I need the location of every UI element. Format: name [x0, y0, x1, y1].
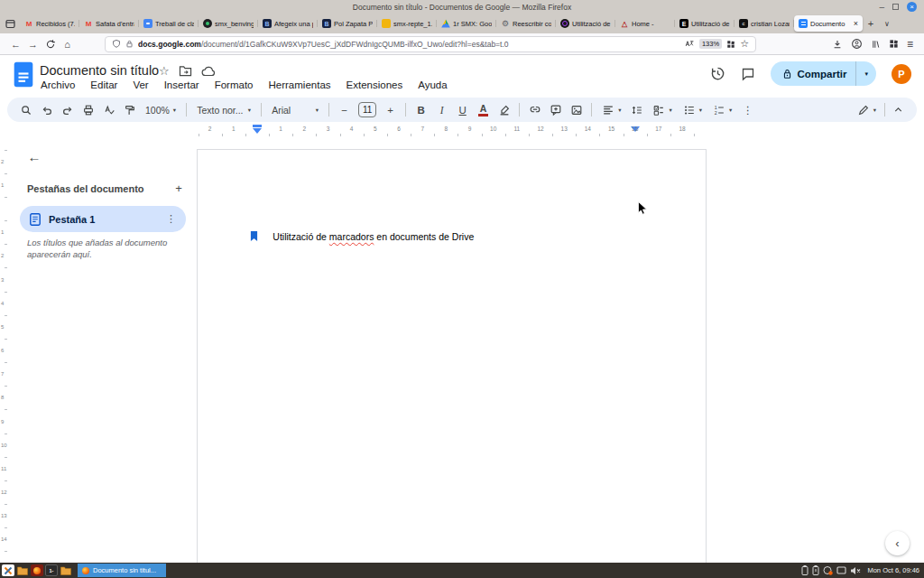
browser-tab[interactable]: Safata d'entra ×: [79, 15, 139, 32]
version-history-icon[interactable]: [710, 66, 725, 81]
styles-select[interactable]: Texto nor... ▾: [192, 100, 255, 119]
browser-tab[interactable]: Pol Zapata Pri ×: [318, 15, 377, 32]
zoom-select[interactable]: 100% ▾: [141, 100, 180, 119]
tab-close-icon[interactable]: ×: [854, 20, 858, 28]
underline-icon[interactable]: U: [453, 100, 472, 119]
extensions-icon[interactable]: [889, 39, 899, 49]
menu-item[interactable]: Editar: [89, 79, 118, 90]
translate-icon[interactable]: [684, 39, 695, 49]
document-title[interactable]: Documento sin título: [40, 63, 159, 78]
add-comment-icon[interactable]: [546, 100, 565, 119]
browser-tab[interactable]: Treball de clas ×: [139, 15, 199, 32]
url-bar[interactable]: docs.google.com/document/d/1GafkCKuW9XVp…: [105, 36, 756, 52]
insert-image-icon[interactable]: [567, 100, 586, 119]
browser-tab[interactable]: 1r SMX: Googl ×: [437, 15, 496, 32]
insert-link-icon[interactable]: [525, 100, 544, 119]
increase-font-icon[interactable]: +: [381, 100, 400, 119]
hide-menus-icon[interactable]: [889, 100, 908, 119]
menu-item[interactable]: Herramientas: [268, 79, 332, 90]
account-icon[interactable]: [851, 38, 863, 50]
firefox-icon[interactable]: [31, 564, 43, 576]
highlight-icon[interactable]: [494, 100, 513, 119]
share-button[interactable]: Compartir ▾: [771, 61, 876, 86]
undo-icon[interactable]: [37, 100, 56, 119]
add-tab-icon[interactable]: +: [171, 182, 186, 195]
comments-icon[interactable]: [741, 67, 755, 81]
battery-icon[interactable]: [801, 565, 808, 575]
browser-tab[interactable]: Recibidos (7.7 ×: [20, 15, 79, 32]
star-icon[interactable]: ☆: [159, 64, 170, 78]
forward-icon[interactable]: →: [24, 35, 42, 52]
paint-format-icon[interactable]: [120, 100, 139, 119]
back-icon[interactable]: ←: [7, 35, 24, 52]
taskbar-active-window[interactable]: Documento sin titul...: [78, 564, 166, 577]
editing-mode-select[interactable]: ▾: [853, 100, 881, 119]
menu-item[interactable]: Extensiones: [346, 79, 404, 90]
menu-icon[interactable]: ≡: [907, 38, 913, 51]
bookmark-icon[interactable]: [250, 209, 271, 264]
browser-tab[interactable]: Utilització de ×: [556, 15, 615, 32]
browser-tab[interactable]: smx-repte_1.1 ×: [377, 15, 437, 32]
font-size-field[interactable]: 11: [358, 102, 376, 117]
align-select[interactable]: ▾: [597, 100, 625, 119]
volume-muted-icon[interactable]: [850, 566, 861, 575]
new-tab-button[interactable]: +: [863, 15, 879, 32]
bookmark-star-icon[interactable]: ☆: [740, 38, 749, 50]
list-tabs-button[interactable]: ∨: [879, 15, 895, 32]
home-icon[interactable]: ⌂: [59, 35, 76, 52]
menu-item[interactable]: Insertar: [163, 79, 200, 90]
app-menu-icon[interactable]: [2, 564, 14, 576]
decrease-font-icon[interactable]: −: [335, 100, 354, 119]
reload-icon[interactable]: [42, 35, 59, 52]
collapse-panel-button[interactable]: ‹: [885, 531, 910, 555]
notification-icon[interactable]: [823, 565, 833, 575]
document-page[interactable]: Utilització de marcadors en documents de…: [197, 149, 707, 563]
lock-icon[interactable]: [125, 39, 134, 49]
folder-icon[interactable]: [60, 564, 72, 576]
browser-tab[interactable]: Reescribir con ×: [496, 15, 556, 32]
menu-item[interactable]: Archivo: [40, 79, 76, 90]
first-line-indent-marker[interactable]: [253, 125, 262, 127]
firefox-view-icon[interactable]: [3, 16, 17, 31]
browser-tab[interactable]: Documento ×: [794, 15, 863, 32]
left-indent-marker[interactable]: [253, 128, 262, 134]
minimize-button[interactable]: –: [879, 5, 884, 10]
text-color-icon[interactable]: A: [474, 100, 493, 119]
avatar[interactable]: P: [892, 64, 911, 84]
tab-options-icon[interactable]: ⋮: [166, 213, 176, 225]
horizontal-ruler[interactable]: 21123456789101112131415161718: [189, 124, 713, 139]
close-button[interactable]: ×: [907, 2, 917, 12]
document-text-line[interactable]: Utilització de marcadors en documents de…: [250, 209, 474, 264]
close-panel-icon[interactable]: ←: [25, 147, 43, 165]
browser-tab[interactable]: Afegeix una p ×: [258, 15, 318, 32]
bulleted-list-select[interactable]: ▾: [679, 100, 707, 119]
maximize-button[interactable]: [892, 4, 899, 10]
shield-icon[interactable]: [112, 39, 121, 49]
search-icon[interactable]: [16, 100, 35, 119]
file-manager-icon[interactable]: [16, 564, 29, 576]
print-icon[interactable]: [79, 100, 97, 119]
download-icon[interactable]: [832, 39, 843, 50]
document-tab-item[interactable]: Pestaña 1 ⋮: [20, 206, 186, 232]
extension-icon[interactable]: [726, 40, 735, 49]
menu-item[interactable]: Ayuda: [417, 79, 448, 90]
display-icon[interactable]: [836, 566, 846, 575]
move-folder-icon[interactable]: [179, 65, 192, 77]
redo-icon[interactable]: [58, 100, 77, 119]
menu-item[interactable]: Ver: [132, 79, 149, 90]
url-text[interactable]: docs.google.com/document/d/1GafkCKuW9XVp…: [138, 40, 679, 49]
battery-alert-icon[interactable]: [812, 565, 819, 575]
share-dropdown-icon[interactable]: ▾: [855, 61, 876, 86]
browser-tab[interactable]: Utilització de ×: [675, 15, 735, 32]
spellcheck-icon[interactable]: [99, 100, 118, 119]
bold-icon[interactable]: B: [411, 100, 430, 119]
checklist-select[interactable]: ▾: [648, 100, 676, 119]
more-options-icon[interactable]: ⋮: [738, 100, 757, 119]
font-select[interactable]: Arial ▾: [267, 100, 323, 119]
cloud-status-icon[interactable]: [201, 66, 216, 77]
page-zoom-badge[interactable]: 133%: [699, 39, 722, 49]
menu-item[interactable]: Formato: [214, 79, 254, 90]
line-spacing-icon[interactable]: [627, 100, 646, 119]
browser-tab[interactable]: smx_benvingu ×: [199, 15, 258, 32]
browser-tab[interactable]: Home - ×: [615, 15, 675, 32]
